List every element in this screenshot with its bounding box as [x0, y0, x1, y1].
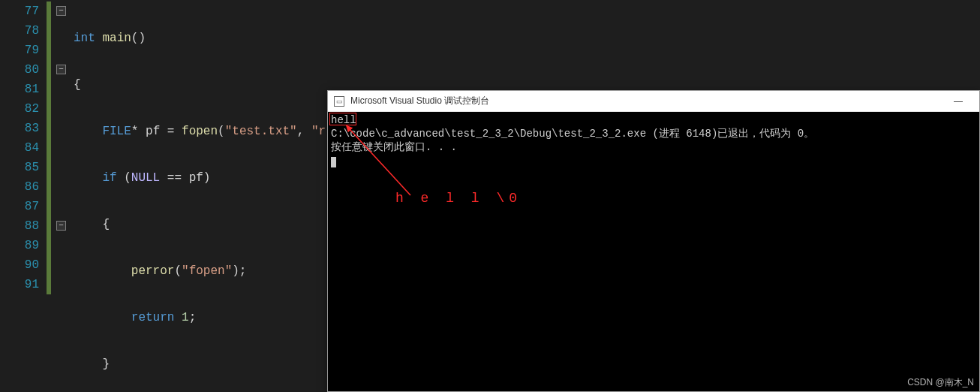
- vs-icon: ▭: [334, 96, 344, 107]
- fold-toggle-icon[interactable]: −: [56, 6, 66, 16]
- line-number: 82: [0, 99, 45, 119]
- line-number: 80: [0, 60, 45, 80]
- minimize-button[interactable]: —: [943, 92, 973, 111]
- line-number: 91: [0, 275, 45, 294]
- line-number: 83: [0, 119, 45, 138]
- console-line: hell: [331, 113, 976, 127]
- line-number: 89: [0, 236, 45, 255]
- debug-console-window[interactable]: ▭ Microsoft Visual Studio 调试控制台 — hell C…: [327, 90, 980, 392]
- line-number: 77: [0, 2, 45, 21]
- line-number: 88: [0, 216, 45, 236]
- console-titlebar[interactable]: ▭ Microsoft Visual Studio 调试控制台 —: [328, 91, 979, 112]
- fold-column: − − −: [54, 0, 71, 392]
- code-line[interactable]: int main(): [71, 29, 980, 48]
- annotation-text: h e l l \0: [395, 191, 522, 205]
- console-cursor-line: [331, 154, 976, 167]
- console-title-text: Microsoft Visual Studio 调试控制台: [350, 95, 489, 107]
- console-line: C:\code\c_advanced\test_2_3_2\Debug\test…: [331, 127, 976, 140]
- line-number: 79: [0, 41, 45, 60]
- line-number-gutter: 777879808182838485868788899091: [0, 0, 45, 392]
- line-number: 81: [0, 80, 45, 99]
- line-number: 86: [0, 177, 45, 197]
- line-number: 84: [0, 138, 45, 158]
- fold-toggle-icon[interactable]: −: [56, 221, 66, 231]
- console-output[interactable]: hell C:\code\c_advanced\test_2_3_2\Debug…: [328, 112, 979, 391]
- line-number: 78: [0, 21, 45, 41]
- line-number: 90: [0, 255, 45, 275]
- fold-toggle-icon[interactable]: −: [56, 65, 66, 74]
- text-cursor: [331, 157, 336, 167]
- change-marker-column: [45, 0, 54, 392]
- console-line: 按任意键关闭此窗口. . .: [331, 140, 976, 154]
- line-number: 87: [0, 197, 45, 216]
- line-number: 85: [0, 158, 45, 177]
- watermark-text: CSDN @南木_N: [907, 376, 974, 389]
